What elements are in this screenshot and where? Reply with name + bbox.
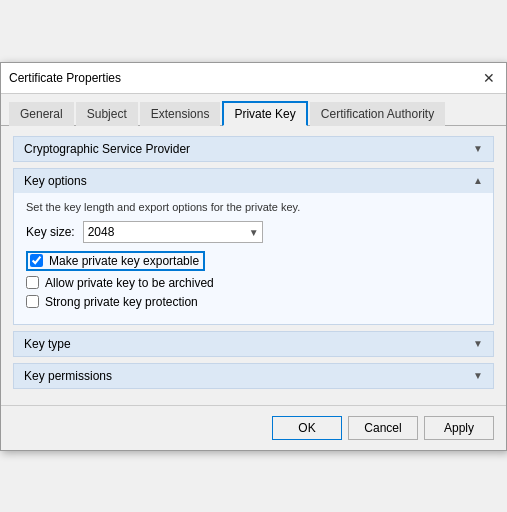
- exportable-highlighted-wrapper: Make private key exportable: [26, 251, 205, 271]
- close-button[interactable]: ✕: [480, 69, 498, 87]
- checkbox-exportable-label[interactable]: Make private key exportable: [49, 254, 199, 268]
- key-permissions-section-label: Key permissions: [24, 369, 112, 383]
- footer: OK Cancel Apply: [1, 405, 506, 450]
- tab-private-key[interactable]: Private Key: [222, 101, 307, 126]
- key-size-select[interactable]: 1024 2048 4096: [83, 221, 263, 243]
- key-permissions-section: Key permissions ▼: [13, 363, 494, 389]
- key-size-select-wrapper: 1024 2048 4096 ▼: [83, 221, 263, 243]
- checkbox-protection-row: Strong private key protection: [26, 295, 481, 309]
- dialog-title: Certificate Properties: [9, 71, 121, 85]
- key-size-label: Key size:: [26, 225, 75, 239]
- checkbox-archive-row: Allow private key to be archived: [26, 276, 481, 290]
- checkbox-archive-label[interactable]: Allow private key to be archived: [45, 276, 214, 290]
- checkbox-archive[interactable]: [26, 276, 39, 289]
- key-options-section: Key options ▲ Set the key length and exp…: [13, 168, 494, 325]
- key-size-row: Key size: 1024 2048 4096 ▼: [26, 221, 481, 243]
- key-permissions-chevron-icon: ▼: [473, 370, 483, 381]
- apply-button[interactable]: Apply: [424, 416, 494, 440]
- content-area: Cryptographic Service Provider ▼ Key opt…: [1, 126, 506, 405]
- checkbox-protection-label[interactable]: Strong private key protection: [45, 295, 198, 309]
- key-type-section-header[interactable]: Key type ▼: [14, 332, 493, 356]
- key-options-section-label: Key options: [24, 174, 87, 188]
- csp-chevron-icon: ▼: [473, 143, 483, 154]
- ok-button[interactable]: OK: [272, 416, 342, 440]
- csp-section-label: Cryptographic Service Provider: [24, 142, 190, 156]
- key-options-section-header[interactable]: Key options ▲: [14, 169, 493, 193]
- dialog: Certificate Properties ✕ General Subject…: [0, 62, 507, 451]
- tab-certification-authority[interactable]: Certification Authority: [310, 102, 445, 126]
- csp-section-header[interactable]: Cryptographic Service Provider ▼: [14, 137, 493, 161]
- key-options-description: Set the key length and export options fo…: [26, 201, 481, 213]
- key-type-chevron-icon: ▼: [473, 338, 483, 349]
- tab-subject[interactable]: Subject: [76, 102, 138, 126]
- tabs-bar: General Subject Extensions Private Key C…: [1, 94, 506, 126]
- key-type-section: Key type ▼: [13, 331, 494, 357]
- key-permissions-section-header[interactable]: Key permissions ▼: [14, 364, 493, 388]
- checkbox-exportable[interactable]: [30, 254, 43, 267]
- tab-extensions[interactable]: Extensions: [140, 102, 221, 126]
- key-options-chevron-icon: ▲: [473, 175, 483, 186]
- csp-section: Cryptographic Service Provider ▼: [13, 136, 494, 162]
- tab-general[interactable]: General: [9, 102, 74, 126]
- title-bar: Certificate Properties ✕: [1, 63, 506, 94]
- cancel-button[interactable]: Cancel: [348, 416, 418, 440]
- checkbox-exportable-row: Make private key exportable: [26, 251, 481, 271]
- key-type-section-label: Key type: [24, 337, 71, 351]
- key-options-body: Set the key length and export options fo…: [14, 193, 493, 324]
- checkbox-protection[interactable]: [26, 295, 39, 308]
